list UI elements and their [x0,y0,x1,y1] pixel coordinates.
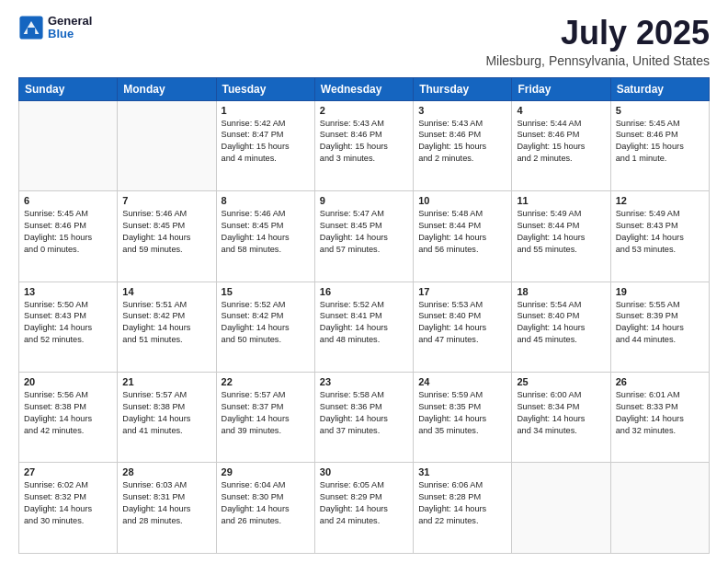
day-info: Sunrise: 5:59 AM Sunset: 8:35 PM Dayligh… [418,389,506,437]
day-number: 24 [418,376,506,387]
day-info: Sunrise: 6:04 AM Sunset: 8:30 PM Dayligh… [222,479,310,527]
day-number: 3 [418,105,506,116]
calendar-header-tuesday: Tuesday [216,77,314,100]
calendar-cell: 14Sunrise: 5:51 AM Sunset: 8:42 PM Dayli… [118,282,216,372]
day-number: 12 [616,195,704,206]
day-info: Sunrise: 5:43 AM Sunset: 8:46 PM Dayligh… [418,118,506,166]
calendar-cell: 28Sunrise: 6:03 AM Sunset: 8:31 PM Dayli… [118,463,216,554]
day-number: 19 [616,286,704,297]
day-number: 22 [222,376,310,387]
day-number: 11 [517,195,605,206]
main-title: July 2025 [485,15,710,52]
logo-icon [18,15,44,40]
day-info: Sunrise: 5:55 AM Sunset: 8:39 PM Dayligh… [616,299,704,347]
calendar-cell: 8Sunrise: 5:46 AM Sunset: 8:45 PM Daylig… [216,191,314,282]
day-number: 28 [122,466,210,477]
day-number: 23 [320,376,408,387]
day-info: Sunrise: 5:48 AM Sunset: 8:44 PM Dayligh… [418,208,506,256]
calendar-cell: 13Sunrise: 5:50 AM Sunset: 8:43 PM Dayli… [19,282,118,372]
calendar-cell: 5Sunrise: 5:45 AM Sunset: 8:46 PM Daylig… [610,100,709,190]
day-number: 30 [320,466,408,477]
calendar-cell: 24Sunrise: 5:59 AM Sunset: 8:35 PM Dayli… [414,373,512,463]
day-number: 9 [320,195,408,206]
day-info: Sunrise: 6:01 AM Sunset: 8:33 PM Dayligh… [616,389,704,437]
calendar-header-monday: Monday [118,77,216,100]
day-info: Sunrise: 5:54 AM Sunset: 8:40 PM Dayligh… [517,299,605,347]
day-info: Sunrise: 5:50 AM Sunset: 8:43 PM Dayligh… [24,299,112,347]
day-info: Sunrise: 6:02 AM Sunset: 8:32 PM Dayligh… [24,479,112,527]
calendar-week-4: 27Sunrise: 6:02 AM Sunset: 8:32 PM Dayli… [19,463,710,554]
day-info: Sunrise: 5:58 AM Sunset: 8:36 PM Dayligh… [320,389,408,437]
calendar-header-thursday: Thursday [414,77,512,100]
calendar-cell: 17Sunrise: 5:53 AM Sunset: 8:40 PM Dayli… [414,282,512,372]
page: General Blue July 2025 Milesburg, Pennsy… [0,0,728,563]
calendar-header-saturday: Saturday [610,77,709,100]
calendar-cell [19,100,118,190]
calendar-week-1: 6Sunrise: 5:45 AM Sunset: 8:46 PM Daylig… [19,191,710,282]
calendar-cell: 9Sunrise: 5:47 AM Sunset: 8:45 PM Daylig… [314,191,413,282]
day-number: 31 [418,466,506,477]
day-info: Sunrise: 5:46 AM Sunset: 8:45 PM Dayligh… [122,208,210,256]
logo-general-text: General [48,15,92,28]
day-number: 13 [24,286,112,297]
day-info: Sunrise: 5:49 AM Sunset: 8:43 PM Dayligh… [616,208,704,256]
calendar-header-wednesday: Wednesday [314,77,413,100]
calendar-cell: 6Sunrise: 5:45 AM Sunset: 8:46 PM Daylig… [19,191,118,282]
title-block: July 2025 Milesburg, Pennsylvania, Unite… [485,15,710,68]
subtitle: Milesburg, Pennsylvania, United States [485,53,710,68]
calendar-cell: 29Sunrise: 6:04 AM Sunset: 8:30 PM Dayli… [216,463,314,554]
day-info: Sunrise: 5:46 AM Sunset: 8:45 PM Dayligh… [222,208,310,256]
day-info: Sunrise: 5:53 AM Sunset: 8:40 PM Dayligh… [418,299,506,347]
day-number: 25 [517,376,605,387]
day-number: 16 [320,286,408,297]
calendar-cell: 20Sunrise: 5:56 AM Sunset: 8:38 PM Dayli… [19,373,118,463]
day-info: Sunrise: 5:57 AM Sunset: 8:38 PM Dayligh… [122,389,210,437]
day-info: Sunrise: 5:57 AM Sunset: 8:37 PM Dayligh… [222,389,310,437]
day-number: 1 [222,105,310,116]
day-info: Sunrise: 5:43 AM Sunset: 8:46 PM Dayligh… [320,118,408,166]
svg-rect-2 [28,28,35,34]
calendar-cell: 10Sunrise: 5:48 AM Sunset: 8:44 PM Dayli… [414,191,512,282]
day-number: 5 [616,105,704,116]
day-info: Sunrise: 6:00 AM Sunset: 8:34 PM Dayligh… [517,389,605,437]
calendar-cell: 22Sunrise: 5:57 AM Sunset: 8:37 PM Dayli… [216,373,314,463]
day-info: Sunrise: 5:49 AM Sunset: 8:44 PM Dayligh… [517,208,605,256]
calendar-cell: 19Sunrise: 5:55 AM Sunset: 8:39 PM Dayli… [610,282,709,372]
day-number: 21 [122,376,210,387]
calendar-header-friday: Friday [512,77,610,100]
calendar-cell: 16Sunrise: 5:52 AM Sunset: 8:41 PM Dayli… [314,282,413,372]
calendar-cell: 2Sunrise: 5:43 AM Sunset: 8:46 PM Daylig… [314,100,413,190]
day-info: Sunrise: 5:45 AM Sunset: 8:46 PM Dayligh… [24,208,112,256]
day-number: 20 [24,376,112,387]
day-number: 29 [222,466,310,477]
calendar-cell: 4Sunrise: 5:44 AM Sunset: 8:46 PM Daylig… [512,100,610,190]
calendar-cell: 23Sunrise: 5:58 AM Sunset: 8:36 PM Dayli… [314,373,413,463]
day-number: 10 [418,195,506,206]
calendar-cell: 11Sunrise: 5:49 AM Sunset: 8:44 PM Dayli… [512,191,610,282]
calendar-cell: 15Sunrise: 5:52 AM Sunset: 8:42 PM Dayli… [216,282,314,372]
calendar-cell: 7Sunrise: 5:46 AM Sunset: 8:45 PM Daylig… [118,191,216,282]
calendar-header-row: SundayMondayTuesdayWednesdayThursdayFrid… [19,77,710,100]
calendar-cell: 25Sunrise: 6:00 AM Sunset: 8:34 PM Dayli… [512,373,610,463]
calendar-cell [512,463,610,554]
calendar-week-0: 1Sunrise: 5:42 AM Sunset: 8:47 PM Daylig… [19,100,710,190]
day-info: Sunrise: 5:52 AM Sunset: 8:41 PM Dayligh… [320,299,408,347]
calendar-cell: 12Sunrise: 5:49 AM Sunset: 8:43 PM Dayli… [610,191,709,282]
day-number: 8 [222,195,310,206]
calendar-cell: 18Sunrise: 5:54 AM Sunset: 8:40 PM Dayli… [512,282,610,372]
day-info: Sunrise: 5:52 AM Sunset: 8:42 PM Dayligh… [222,299,310,347]
calendar-cell: 31Sunrise: 6:06 AM Sunset: 8:28 PM Dayli… [414,463,512,554]
day-number: 14 [122,286,210,297]
calendar-cell: 27Sunrise: 6:02 AM Sunset: 8:32 PM Dayli… [19,463,118,554]
day-info: Sunrise: 5:42 AM Sunset: 8:47 PM Dayligh… [222,118,310,166]
day-info: Sunrise: 5:44 AM Sunset: 8:46 PM Dayligh… [517,118,605,166]
logo-text: General Blue [48,15,92,41]
day-info: Sunrise: 5:51 AM Sunset: 8:42 PM Dayligh… [122,299,210,347]
calendar-cell: 30Sunrise: 6:05 AM Sunset: 8:29 PM Dayli… [314,463,413,554]
calendar-cell: 1Sunrise: 5:42 AM Sunset: 8:47 PM Daylig… [216,100,314,190]
calendar-cell: 3Sunrise: 5:43 AM Sunset: 8:46 PM Daylig… [414,100,512,190]
day-info: Sunrise: 5:45 AM Sunset: 8:46 PM Dayligh… [616,118,704,166]
day-number: 4 [517,105,605,116]
day-number: 2 [320,105,408,116]
day-number: 27 [24,466,112,477]
